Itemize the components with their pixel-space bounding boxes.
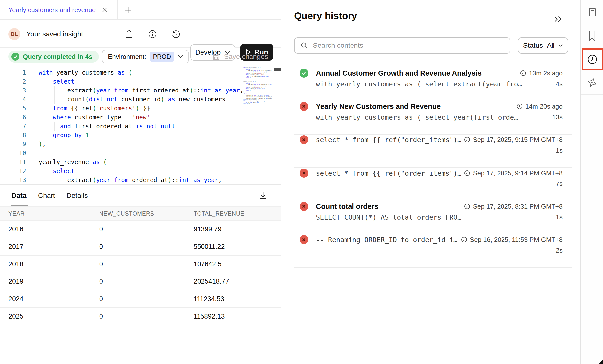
- query-history-item[interactable]: Yearly New Customers and Revenue14m 20s …: [294, 101, 572, 135]
- save-changes-button[interactable]: Save changes: [211, 50, 270, 63]
- code-text: select: [39, 167, 75, 176]
- line-number: 8: [0, 131, 26, 140]
- sql-code-editor[interactable]: 1with yearly_customers as (2 select3 ext…: [0, 66, 281, 184]
- line-number: 12: [0, 167, 26, 176]
- search-box: [294, 37, 510, 54]
- table-cell: 91399.79: [185, 226, 281, 233]
- query-title: -- Renaming ORDER_ID to order_id i…: [316, 236, 461, 244]
- query-duration: 13s: [552, 113, 563, 121]
- insight-toolbar: BL Your saved insight Develop Run: [0, 20, 281, 48]
- code-line[interactable]: 3 extract(year from first_ordered_at)::i…: [0, 86, 281, 95]
- table-row[interactable]: 2016091399.79: [0, 221, 281, 238]
- code-line[interactable]: 6 where customer_type = 'new': [0, 113, 281, 122]
- results-tab-chart[interactable]: Chart: [38, 185, 55, 206]
- resize-corner: [598, 359, 603, 364]
- code-line[interactable]: 2 select: [0, 77, 281, 86]
- table-cell: 0: [91, 243, 185, 251]
- download-results-button[interactable]: [257, 190, 269, 202]
- x-icon: [302, 204, 306, 208]
- code-line[interactable]: 4 count(distinct customer_id) as new_cus…: [0, 95, 281, 104]
- tab-bar: Yearly customers and revenue: [0, 0, 281, 20]
- clock-icon: [464, 203, 470, 210]
- status-row: Query completed in 4s Environment: PROD …: [0, 48, 281, 65]
- info-icon: [148, 29, 157, 39]
- results-tab-data[interactable]: Data: [11, 185, 27, 206]
- status-filter-dropdown[interactable]: Status All: [518, 37, 568, 54]
- version-history-button[interactable]: [170, 28, 182, 40]
- query-history-item[interactable]: -- Renaming ORDER_ID to order_id i…Sep 1…: [294, 234, 572, 268]
- code-lines[interactable]: 1with yearly_customers as (2 select3 ext…: [0, 68, 281, 184]
- code-line[interactable]: 13 extract(year from ordered_at)::int as…: [0, 176, 281, 184]
- table-header: YEARNEW_CUSTOMERSTOTAL_REVENUE: [0, 206, 281, 221]
- status-error-icon: [300, 102, 308, 111]
- rail-divider: [581, 94, 603, 95]
- table-cell: 2017: [0, 243, 91, 251]
- plus-icon: [124, 6, 132, 14]
- table-row[interactable]: 20240111234.53: [0, 290, 281, 308]
- code-text: select: [39, 77, 75, 86]
- editor-minimap[interactable]: with yearly_customers as ( select extrac…: [243, 67, 272, 184]
- environment-dropdown[interactable]: Environment: PROD: [102, 50, 189, 63]
- code-line[interactable]: 12 select: [0, 167, 281, 176]
- code-text: group by 1: [39, 131, 89, 140]
- tab-yearly-customers-and-revenue[interactable]: Yearly customers and revenue: [8, 0, 108, 20]
- minimap-code: with yearly_customers as ( select extrac…: [243, 67, 272, 105]
- history-icon: [171, 29, 181, 39]
- bookmark-icon[interactable]: [581, 28, 603, 44]
- code-text: yearly_revenue as (: [39, 158, 107, 167]
- history-clock-icon-highlighted[interactable]: [582, 48, 603, 70]
- clock-icon: [586, 53, 598, 65]
- results-tab-details[interactable]: Details: [66, 185, 88, 206]
- code-line[interactable]: 10: [0, 149, 281, 158]
- query-history-item[interactable]: select * from {{ ref("order_items")…Sep …: [294, 135, 572, 168]
- table-cell: 111234.53: [185, 295, 281, 303]
- x-icon: [302, 238, 306, 242]
- code-text: ),: [39, 140, 46, 149]
- query-title: Count total orders: [316, 202, 464, 211]
- code-line[interactable]: 8 group by 1: [0, 131, 281, 140]
- query-preview: with yearly_customers as ( select extrac…: [316, 80, 556, 88]
- table-row[interactable]: 201902025418.77: [0, 273, 281, 290]
- save-changes-label: Save changes: [224, 53, 268, 61]
- code-line[interactable]: 5 from {{ ref('customers') }}: [0, 104, 281, 113]
- tab-label: Yearly customers and revenue: [8, 6, 96, 14]
- query-history-item[interactable]: Annual Customer Growth and Revenue Analy…: [294, 68, 572, 101]
- table-row[interactable]: 20250115892.13: [0, 308, 281, 325]
- share-button[interactable]: [123, 28, 135, 40]
- query-history-list: Annual Customer Growth and Revenue Analy…: [294, 68, 572, 268]
- table-cell: 2019: [0, 278, 91, 285]
- query-history-item[interactable]: Count total ordersSep 17, 2025, 8:31 PM …: [294, 201, 572, 234]
- check-icon: [302, 71, 306, 75]
- table-row[interactable]: 20170550011.22: [0, 238, 281, 256]
- query-history-item[interactable]: select * from {{ ref("order_items")…Sep …: [294, 168, 572, 201]
- code-line[interactable]: 7 and first_ordered_at is not null: [0, 122, 281, 131]
- code-line[interactable]: 11yearly_revenue as (: [0, 158, 281, 167]
- code-line[interactable]: 1with yearly_customers as (: [0, 68, 281, 77]
- table-cell: 2018: [0, 260, 91, 268]
- query-timestamp: Sep 16, 2025, 11:53 PM GMT+8: [461, 236, 563, 244]
- query-title: select * from {{ ref("order_items")…: [316, 136, 464, 144]
- search-input[interactable]: [312, 41, 510, 50]
- status-filter-label: Status: [523, 42, 543, 49]
- code-text: extract(year from first_ordered_at)::int…: [39, 86, 244, 95]
- table-cell: 0: [91, 295, 185, 303]
- info-button[interactable]: [147, 28, 158, 40]
- query-duration: 2s: [556, 247, 563, 254]
- query-duration: 4s: [556, 80, 563, 88]
- avatar: BL: [8, 28, 20, 40]
- code-text: with yearly_customers as (: [39, 68, 132, 77]
- query-timestamp: Sep 17, 2025, 9:14 PM GMT+8: [464, 169, 563, 177]
- table-row[interactable]: 20180107642.5: [0, 256, 281, 273]
- new-tab-button[interactable]: [122, 4, 134, 16]
- code-line[interactable]: 9),: [0, 140, 281, 149]
- explore-icon[interactable]: [581, 75, 603, 91]
- status-error-icon: [300, 169, 308, 178]
- right-icon-rail: [580, 0, 603, 364]
- editor-scrollbar-thumb[interactable]: [274, 68, 281, 71]
- close-icon[interactable]: [101, 7, 108, 13]
- collapse-panel-button[interactable]: [552, 14, 564, 24]
- notebook-icon[interactable]: [581, 5, 603, 19]
- query-status-badge: Query completed in 4s: [8, 51, 99, 63]
- chevron-down-icon: [178, 55, 183, 58]
- query-preview: SELECT COUNT(*) AS total_orders FRO…: [316, 213, 556, 221]
